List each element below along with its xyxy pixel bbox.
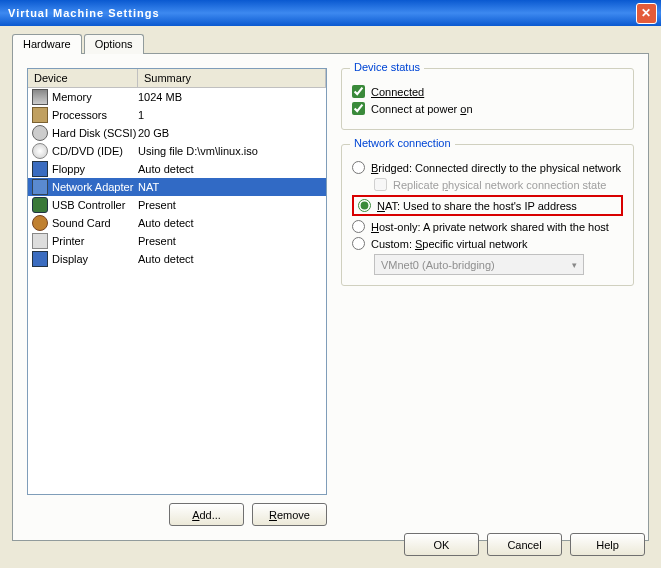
custom-label: Custom: Specific virtual network: [371, 238, 528, 250]
connected-checkbox[interactable]: [352, 85, 365, 98]
device-summary: 20 GB: [138, 125, 326, 141]
device-icon: [32, 251, 48, 267]
device-name: Floppy: [52, 161, 138, 177]
replicate-label: Replicate physical network connection st…: [393, 179, 606, 191]
table-row[interactable]: Network AdapterNAT: [28, 178, 326, 196]
device-icon: [32, 233, 48, 249]
device-summary: Using file D:\vm\linux.iso: [138, 143, 326, 159]
table-row[interactable]: DisplayAuto detect: [28, 250, 326, 268]
dialog-footer: OK Cancel Help: [404, 533, 645, 556]
table-row[interactable]: Hard Disk (SCSI)20 GB: [28, 124, 326, 142]
device-name: CD/DVD (IDE): [52, 143, 138, 159]
close-button[interactable]: ✕: [636, 3, 657, 24]
chevron-down-icon: ▾: [572, 260, 577, 270]
connected-label: Connected: [371, 86, 424, 98]
nat-highlight: NAT: Used to share the host's IP address: [352, 195, 623, 216]
device-icon: [32, 215, 48, 231]
tabstrip: Hardware Options: [12, 34, 649, 54]
tab-options[interactable]: Options: [84, 34, 144, 54]
replicate-checkbox: [374, 178, 387, 191]
device-icon: [32, 143, 48, 159]
ok-button[interactable]: OK: [404, 533, 479, 556]
device-name: Printer: [52, 233, 138, 249]
device-name: Processors: [52, 107, 138, 123]
device-buttons: Add... Remove: [27, 503, 327, 526]
vmnet-dropdown: VMnet0 (Auto-bridging) ▾: [374, 254, 584, 275]
device-icon: [32, 197, 48, 213]
device-summary: Auto detect: [138, 215, 326, 231]
network-connection-group: Network connection Bridged: Connected di…: [341, 144, 634, 286]
table-row[interactable]: CD/DVD (IDE)Using file D:\vm\linux.iso: [28, 142, 326, 160]
col-summary[interactable]: Summary: [138, 69, 326, 88]
device-icon: [32, 107, 48, 123]
table-row[interactable]: Processors1: [28, 106, 326, 124]
left-column: Device Summary Memory1024 MBProcessors1H…: [27, 68, 327, 526]
remove-button[interactable]: Remove: [252, 503, 327, 526]
window-titlebar: Virtual Machine Settings ✕: [0, 0, 661, 26]
device-rows: Memory1024 MBProcessors1Hard Disk (SCSI)…: [28, 88, 326, 268]
connect-poweron-checkbox[interactable]: [352, 102, 365, 115]
device-icon: [32, 161, 48, 177]
cancel-button[interactable]: Cancel: [487, 533, 562, 556]
hostonly-radio[interactable]: [352, 220, 365, 233]
device-summary: Auto detect: [138, 161, 326, 177]
device-name: Hard Disk (SCSI): [52, 125, 138, 141]
bridged-radio[interactable]: [352, 161, 365, 174]
device-name: Network Adapter: [52, 179, 138, 195]
vmnet-value: VMnet0 (Auto-bridging): [381, 259, 495, 271]
connect-poweron-label: Connect at power on: [371, 103, 473, 115]
device-status-title: Device status: [350, 61, 424, 73]
device-name: Display: [52, 251, 138, 267]
col-device[interactable]: Device: [28, 69, 138, 88]
right-column: Device status Connected Connect at power…: [341, 68, 634, 526]
hostonly-label: Host-only: A private network shared with…: [371, 221, 609, 233]
network-connection-title: Network connection: [350, 137, 455, 149]
tab-hardware[interactable]: Hardware: [12, 34, 82, 54]
device-summary: Present: [138, 197, 326, 213]
device-table: Device Summary Memory1024 MBProcessors1H…: [27, 68, 327, 495]
device-summary: Present: [138, 233, 326, 249]
device-table-header: Device Summary: [28, 69, 326, 88]
add-button[interactable]: Add...: [169, 503, 244, 526]
custom-radio[interactable]: [352, 237, 365, 250]
device-summary: Auto detect: [138, 251, 326, 267]
device-icon: [32, 179, 48, 195]
nat-radio[interactable]: [358, 199, 371, 212]
device-name: USB Controller: [52, 197, 138, 213]
hardware-panel: Device Summary Memory1024 MBProcessors1H…: [12, 53, 649, 541]
dialog-content: Hardware Options Device Summary Memory10…: [0, 26, 661, 568]
table-row[interactable]: FloppyAuto detect: [28, 160, 326, 178]
nat-label: NAT: Used to share the host's IP address: [377, 200, 577, 212]
device-summary: 1024 MB: [138, 89, 326, 105]
device-status-group: Device status Connected Connect at power…: [341, 68, 634, 130]
device-summary: 1: [138, 107, 326, 123]
help-button[interactable]: Help: [570, 533, 645, 556]
device-summary: NAT: [138, 179, 326, 195]
table-row[interactable]: Memory1024 MB: [28, 88, 326, 106]
device-name: Sound Card: [52, 215, 138, 231]
table-row[interactable]: USB ControllerPresent: [28, 196, 326, 214]
device-name: Memory: [52, 89, 138, 105]
table-row[interactable]: Sound CardAuto detect: [28, 214, 326, 232]
device-icon: [32, 125, 48, 141]
bridged-label: Bridged: Connected directly to the physi…: [371, 162, 621, 174]
device-icon: [32, 89, 48, 105]
table-row[interactable]: PrinterPresent: [28, 232, 326, 250]
window-title: Virtual Machine Settings: [8, 7, 636, 19]
